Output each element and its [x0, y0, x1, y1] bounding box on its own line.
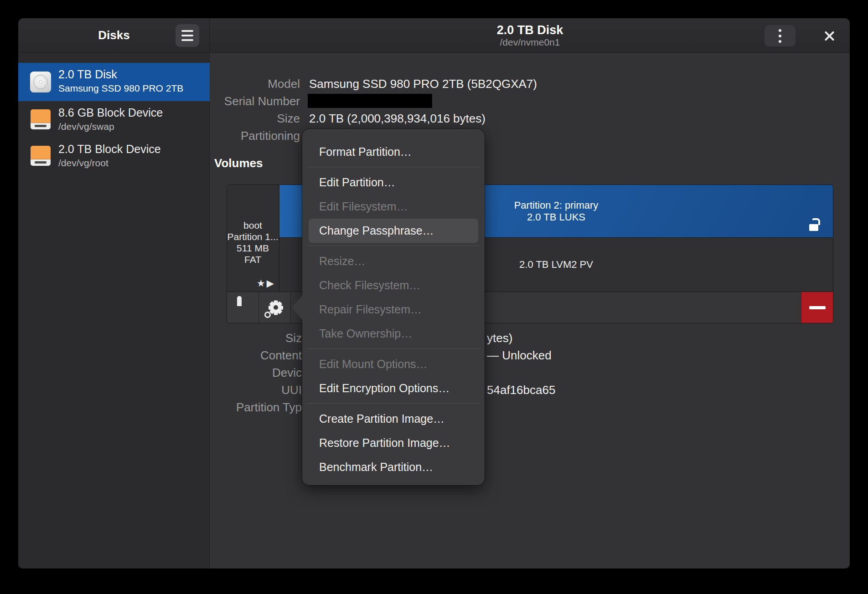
- block-device-icon: [31, 146, 51, 166]
- sidebar-item-title: 2.0 TB Block Device: [58, 143, 161, 156]
- desktop-background: Disks 2.0 TB Disk /dev/nvme0n1: [0, 0, 868, 594]
- volume-boot-partition[interactable]: boot Partition 1... 511 MB FAT ★▶: [227, 185, 279, 292]
- menu-item-edit-mount-options: Edit Mount Options…: [309, 352, 478, 376]
- size-label: Size: [187, 110, 300, 127]
- sidebar-item-title: 2.0 TB Disk: [58, 68, 117, 81]
- menu-item-create-partition-image[interactable]: Create Partition Image…: [309, 407, 478, 431]
- menu-item-edit-encryption-options[interactable]: Edit Encryption Options…: [309, 376, 478, 400]
- partitioning-label: Partitioning: [187, 127, 300, 144]
- block-device-icon: [31, 109, 51, 129]
- disk-detail-values: Samsung SSD 980 PRO 2TB (5B2QGXA7): [309, 75, 656, 92]
- serial-number-redaction-box: [308, 94, 432, 108]
- close-window-button[interactable]: [819, 27, 839, 45]
- menu-item-format-partition[interactable]: Format Partition…: [309, 140, 478, 164]
- device-sidebar: 2.0 TB Disk Samsung SSD 980 PRO 2TB 8.6 …: [18, 53, 210, 568]
- window-subtitle: /dev/nvme0n1: [210, 36, 850, 48]
- sidebar-item-subtitle: /dev/vg/swap: [58, 121, 114, 132]
- window-title-block: 2.0 TB Disk /dev/nvme0n1: [210, 18, 850, 53]
- sidebar-item-title: 8.6 GB Block Device: [58, 106, 163, 119]
- gear-icon: [267, 299, 284, 316]
- menu-item-repair-filesystem: Repair Filesystem…: [309, 297, 478, 322]
- menu-item-resize: Resize…: [309, 249, 478, 273]
- hamburger-menu-icon: [181, 30, 193, 41]
- size-value: 2.0 TB (2,000,398,934,016 bytes): [309, 110, 656, 127]
- sidebar-item-root-device[interactable]: 2.0 TB Block Device /dev/vg/root: [18, 138, 210, 174]
- sidebar-header: Disks: [18, 18, 210, 53]
- menu-item-edit-filesystem: Edit Filesystem…: [309, 195, 478, 219]
- menu-separator: [307, 246, 480, 246]
- hamburger-menu-button[interactable]: [176, 24, 199, 47]
- contents-value-fragment: — Unlocked: [487, 347, 552, 364]
- partition-type-label-fragment: Partition Typ: [18, 399, 302, 416]
- volume-detail-labels: Siz Content Devic UUI Partition Typ: [18, 329, 302, 416]
- menu-item-take-ownership: Take Ownership…: [309, 322, 478, 346]
- popover-tail: [292, 295, 303, 320]
- menu-item-restore-partition-image[interactable]: Restore Partition Image…: [309, 431, 478, 455]
- volumes-heading: Volumes: [214, 156, 263, 170]
- size-label-fragment: Siz: [18, 329, 302, 347]
- disks-app-window: Disks 2.0 TB Disk /dev/nvme0n1: [18, 18, 850, 568]
- menu-item-change-passphrase[interactable]: Change Passphrase…: [309, 219, 478, 243]
- play-icon: ▶: [267, 278, 275, 289]
- minus-icon: [809, 306, 826, 309]
- model-value: Samsung SSD 980 PRO 2TB (5B2QGXA7): [309, 75, 656, 92]
- sidebar-item-subtitle: Samsung SSD 980 PRO 2TB: [58, 83, 183, 94]
- device-label-fragment: Devic: [18, 364, 302, 381]
- lock-icon: [237, 298, 242, 307]
- menu-item-edit-partition[interactable]: Edit Partition…: [309, 170, 478, 195]
- sidebar-item-nvme-disk[interactable]: 2.0 TB Disk Samsung SSD 980 PRO 2TB: [18, 63, 210, 101]
- partition-flag-icons: ★▶: [257, 278, 275, 289]
- menu-separator: [307, 167, 480, 167]
- headerbar: Disks 2.0 TB Disk /dev/nvme0n1: [18, 18, 850, 53]
- sidebar-item-subtitle: /dev/vg/root: [58, 158, 108, 169]
- menu-separator: [307, 348, 480, 349]
- serial-number-label: Serial Number: [187, 92, 300, 110]
- uuid-value-fragment: 54af16bca65: [487, 381, 555, 399]
- window-title: 2.0 TB Disk: [210, 24, 850, 36]
- menu-item-benchmark-partition[interactable]: Benchmark Partition…: [309, 455, 478, 479]
- lock-volume-button[interactable]: [227, 292, 259, 323]
- boot-partition-label: boot Partition 1... 511 MB FAT: [227, 220, 279, 265]
- menu-item-check-filesystem: Check Filesystem…: [309, 273, 478, 297]
- kebab-menu-icon: [779, 29, 781, 43]
- model-label: Model: [187, 75, 300, 92]
- disk-detail-labels: Model Serial Number Size Partitioning: [187, 75, 300, 144]
- delete-partition-button[interactable]: [801, 292, 833, 323]
- partition-options-button[interactable]: [259, 292, 291, 323]
- menu-separator: [307, 403, 480, 404]
- disk-icon: [30, 72, 51, 92]
- app-menu-button[interactable]: [765, 25, 796, 46]
- size-value-fragment: ytes): [487, 329, 512, 347]
- uuid-label-fragment: UUI: [18, 381, 302, 399]
- contents-label-fragment: Content: [18, 347, 302, 364]
- star-icon: ★: [257, 278, 267, 289]
- unlock-icon: [809, 218, 819, 231]
- sidebar-item-swap-device[interactable]: 8.6 GB Block Device /dev/vg/swap: [18, 101, 210, 138]
- size-value-wrap: 2.0 TB (2,000,398,934,016 bytes): [309, 110, 656, 127]
- partition-options-menu: Format Partition… Edit Partition… Edit F…: [302, 129, 485, 485]
